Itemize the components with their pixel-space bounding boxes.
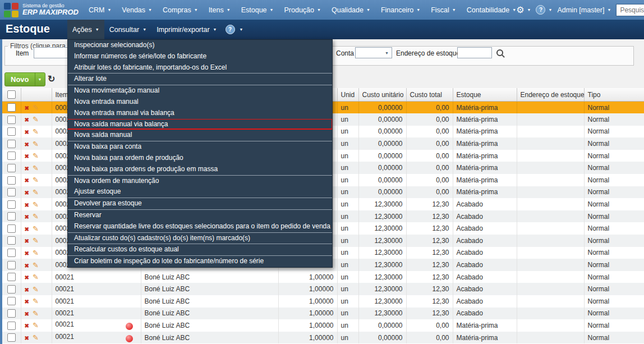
row-checkbox[interactable]	[7, 333, 16, 342]
col-header-custo-total[interactable]: Custo total	[406, 88, 453, 102]
row-checkbox[interactable]	[7, 176, 16, 185]
edit-pencil-icon[interactable]: ✎	[33, 309, 39, 318]
nav-item-producao[interactable]: Produção▼	[284, 6, 321, 14]
row-checkbox[interactable]	[7, 188, 16, 196]
row-checkbox[interactable]	[7, 212, 16, 221]
nav-item-crm[interactable]: CRM▼	[89, 6, 111, 14]
col-header-estoque[interactable]: Estoque	[453, 88, 517, 102]
menu-item-nova-baixa-para-conta[interactable]: Nova baixa para conta	[68, 141, 332, 153]
nav-item-financeiro[interactable]: Financeiro▼	[381, 6, 420, 14]
actions-menu-button[interactable]: Ações ▼	[67, 20, 104, 39]
delete-icon[interactable]: ✖	[25, 274, 29, 281]
edit-pencil-icon[interactable]: ✎	[33, 164, 39, 172]
menu-item-devolver-para-estoque[interactable]: Devolver para estoque	[68, 198, 332, 209]
row-checkbox[interactable]	[7, 249, 16, 257]
menu-item-nova-movimentacao-manual[interactable]: Nova movimentação manual	[68, 85, 332, 97]
row-checkbox[interactable]	[7, 116, 16, 124]
search-icon[interactable]	[496, 49, 503, 56]
table-row[interactable]: ✖✎00021Boné Luiz ABC1,00000un12,3000012,…	[2, 271, 644, 283]
menu-item-criar-boletim-de-inspecao-do-lote-do-fab[interactable]: Criar boletim de inspeção do lote do fab…	[68, 256, 332, 267]
consult-menu-button[interactable]: Consultar ▼	[104, 20, 151, 39]
row-checkbox[interactable]	[7, 152, 16, 160]
conta-filter-select[interactable]: ▼	[355, 47, 392, 58]
edit-pencil-icon[interactable]: ✎	[33, 103, 39, 112]
edit-pencil-icon[interactable]: ✎	[33, 127, 39, 136]
delete-icon[interactable]: ✖	[25, 117, 29, 123]
edit-pencil-icon[interactable]: ✎	[33, 261, 39, 269]
row-checkbox[interactable]	[7, 309, 16, 318]
delete-icon[interactable]: ✖	[25, 299, 29, 305]
novo-button[interactable]: Novo ▼	[4, 72, 45, 86]
delete-icon[interactable]: ✖	[25, 153, 29, 159]
row-checkbox[interactable]	[7, 322, 16, 330]
edit-pencil-icon[interactable]: ✎	[33, 297, 39, 305]
row-checkbox[interactable]	[7, 140, 16, 148]
menu-item-atribuir-lotes-do-fabricante-importando-[interactable]: Atribuir lotes do fabricante, importando…	[68, 62, 332, 74]
row-checkbox[interactable]	[7, 164, 16, 172]
edit-pencil-icon[interactable]: ✎	[33, 200, 39, 209]
row-checkbox[interactable]	[7, 285, 16, 293]
menu-item-nova-baixa-para-ordem-de-producao[interactable]: Nova baixa para ordem de produção	[68, 153, 332, 164]
delete-icon[interactable]: ✖	[25, 214, 29, 220]
table-row[interactable]: ✖✎00021Boné Luiz ABC1,00000un12,3000012,…	[2, 283, 644, 295]
edit-pencil-icon[interactable]: ✎	[33, 140, 39, 148]
menu-item-ajustar-estoque[interactable]: Ajustar estoque	[68, 186, 332, 198]
row-checkbox[interactable]	[7, 273, 16, 281]
row-checkbox[interactable]	[7, 127, 16, 136]
nav-item-fiscal[interactable]: Fiscal▼	[431, 6, 456, 14]
menu-item-nova-saida-manual-via-balanca[interactable]: Nova saída manual via balança	[68, 119, 332, 130]
delete-icon[interactable]: ✖	[25, 141, 29, 148]
row-checkbox[interactable]	[7, 200, 16, 209]
settings-menu[interactable]: ⚙ ▼	[516, 6, 531, 15]
nav-item-estoque[interactable]: Estoque▼	[241, 6, 274, 14]
print-export-menu-button[interactable]: Imprimir/exportar ▼	[151, 20, 222, 39]
nav-item-vendas[interactable]: Vendas▼	[122, 6, 152, 14]
nav-item-qualidade[interactable]: Qualidade▼	[332, 6, 370, 14]
col-header-custo-unitario[interactable]: Custo unitário	[358, 88, 406, 102]
nav-item-compras[interactable]: Compras▼	[163, 6, 198, 14]
nav-item-contabilidade[interactable]: Contabilidade▼	[467, 6, 516, 14]
edit-pencil-icon[interactable]: ✎	[33, 236, 39, 245]
col-header-unid[interactable]: Unid	[337, 88, 358, 102]
edit-pencil-icon[interactable]: ✎	[33, 273, 39, 281]
edit-pencil-icon[interactable]: ✎	[33, 176, 39, 184]
menu-item-nova-baixa-para-ordens-de-producao-em-ma[interactable]: Nova baixa para ordens de produção em ma…	[68, 164, 332, 175]
table-row[interactable]: ✖✎00021Boné Luiz ABC1,00000un12,3000012,…	[2, 308, 644, 320]
edit-pencil-icon[interactable]: ✎	[33, 152, 39, 160]
row-checkbox[interactable]	[7, 224, 16, 233]
delete-icon[interactable]: ✖	[25, 263, 29, 269]
help-menu[interactable]: ? ▼	[536, 5, 552, 15]
table-row[interactable]: ✖✎00021Boné Luiz ABC1,00000un0,000000,00…	[2, 332, 644, 344]
menu-item-nova-saida-manual[interactable]: Nova saída manual	[68, 130, 332, 141]
menu-item-atualizar-custo-do-s-cadastro-s-do-s-ite[interactable]: Atualizar custo do(s) cadastro(s) do(s) …	[68, 233, 332, 244]
endereco-filter-input[interactable]	[457, 47, 492, 58]
row-checkbox[interactable]	[7, 297, 16, 305]
delete-icon[interactable]: ✖	[25, 202, 29, 208]
row-checkbox[interactable]	[7, 236, 16, 245]
user-menu[interactable]: Admin [master] ▼	[557, 6, 611, 14]
menu-item-nova-ordem-de-manutencao[interactable]: Nova ordem de manutenção	[68, 176, 332, 187]
refresh-icon[interactable]: ↻	[48, 74, 55, 84]
chevron-down-icon[interactable]: ▼	[240, 27, 243, 31]
delete-icon[interactable]: ✖	[25, 335, 29, 341]
help-icon[interactable]: ?	[226, 25, 235, 34]
edit-pencil-icon[interactable]: ✎	[33, 321, 39, 329]
delete-icon[interactable]: ✖	[25, 190, 29, 196]
edit-pencil-icon[interactable]: ✎	[33, 212, 39, 221]
help-search-input[interactable]	[616, 4, 644, 16]
menu-item-nova-entrada-manual[interactable]: Nova entrada manual	[68, 97, 332, 108]
edit-pencil-icon[interactable]: ✎	[33, 285, 39, 293]
menu-item-nova-entrada-manual-via-balanca[interactable]: Nova entrada manual via balança	[68, 108, 332, 119]
row-checkbox[interactable]	[7, 261, 16, 269]
delete-icon[interactable]: ✖	[25, 226, 29, 232]
nav-item-itens[interactable]: Itens▼	[209, 6, 231, 14]
col-header-endereco-de-estoque[interactable]: Endereço de estoque	[517, 88, 584, 102]
novo-dropdown-arrow[interactable]: ▼	[35, 73, 45, 86]
delete-icon[interactable]: ✖	[25, 166, 29, 172]
edit-pencil-icon[interactable]: ✎	[33, 333, 39, 342]
delete-icon[interactable]: ✖	[25, 177, 29, 184]
delete-icon[interactable]: ✖	[25, 311, 29, 317]
edit-pencil-icon[interactable]: ✎	[33, 115, 39, 123]
row-checkbox[interactable]	[7, 103, 16, 112]
delete-icon[interactable]: ✖	[25, 287, 29, 293]
